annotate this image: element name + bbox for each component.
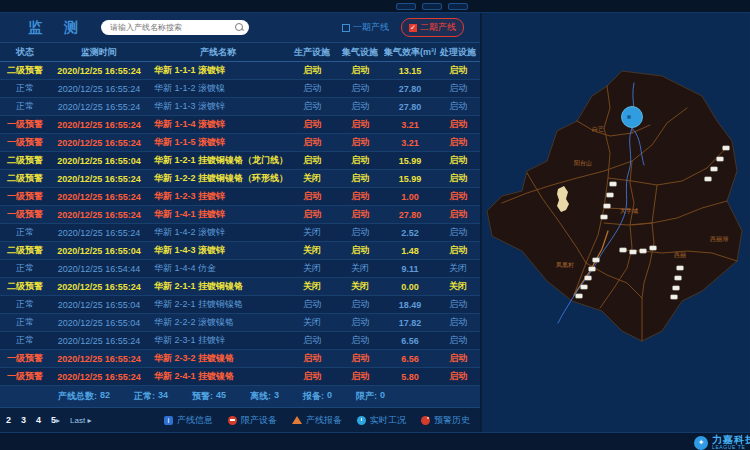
next-page-button[interactable]: ▸ bbox=[56, 416, 60, 425]
status-cell: 一级预警 bbox=[0, 136, 50, 149]
table-row[interactable]: 一级预警 2020/12/25 16:55:24 华新 1-2-3 挂镀锌 启动… bbox=[0, 188, 480, 206]
cluster-marker[interactable] bbox=[622, 107, 643, 128]
facility-marker[interactable] bbox=[593, 258, 600, 262]
table-row[interactable]: 一级预警 2020/12/25 16:55:24 华新 1-1-5 滚镀锌 启动… bbox=[0, 134, 480, 152]
district-map[interactable]: 白芒阳台山大学城西丽湖西丽凤凰村 bbox=[482, 13, 748, 432]
line-name-cell: 华新 1-2-1 挂镀铜镍铬（龙门线） bbox=[148, 154, 288, 167]
map-place-label: 大学城 bbox=[620, 207, 638, 214]
table-row[interactable]: 正常 2020/12/25 16:54:44 华新 1-4-4 仿金 关闭 关闭… bbox=[0, 260, 480, 278]
gas-facility-cell: 启动 bbox=[336, 298, 384, 311]
table-row[interactable]: 一级预警 2020/12/25 16:55:24 华新 1-4-1 挂镀锌 启动… bbox=[0, 206, 480, 224]
legend-button-report-triangle[interactable]: 产线报备 bbox=[292, 414, 342, 427]
phase1-checkbox-group[interactable]: 一期产线 bbox=[342, 21, 389, 34]
page-button[interactable]: 3 bbox=[21, 415, 26, 425]
summary-label: 预警: bbox=[192, 390, 213, 403]
summary-bar: 产线总数: 82 正常: 34 预警: 45 离线: 3 报备: 0 限产: 0 bbox=[0, 386, 480, 408]
production-facility-cell: 关闭 bbox=[288, 316, 336, 329]
topbar-tab[interactable] bbox=[396, 3, 416, 10]
logo-text-en: LEAGUE TE bbox=[712, 445, 750, 450]
time-cell: 2020/12/25 16:55:24 bbox=[50, 228, 148, 238]
table-row[interactable]: 正常 2020/12/25 16:55:24 华新 1-4-2 滚镀锌 关闭 启… bbox=[0, 224, 480, 242]
table-row[interactable]: 正常 2020/12/25 16:55:04 华新 2-2-2 滚镀镍铬 关闭 … bbox=[0, 314, 480, 332]
summary-label: 正常: bbox=[134, 390, 155, 403]
summary-label: 报备: bbox=[303, 390, 324, 403]
checkbox-unchecked-icon[interactable] bbox=[342, 24, 350, 32]
gas-facility-cell: 启动 bbox=[336, 136, 384, 149]
efficiency-cell: 0.00 bbox=[384, 282, 436, 292]
table-row[interactable]: 二级预警 2020/12/25 16:55:24 华新 2-1-1 挂镀铜镍铬 … bbox=[0, 278, 480, 296]
status-cell: 正常 bbox=[0, 82, 50, 95]
header-name: 产线名称 bbox=[148, 46, 288, 59]
table-row[interactable]: 二级预警 2020/12/25 16:55:04 华新 1-4-3 滚镀锌 关闭… bbox=[0, 242, 480, 260]
facility-marker[interactable] bbox=[717, 157, 724, 161]
facility-marker[interactable] bbox=[711, 167, 718, 171]
line-name-cell: 华新 1-4-4 仿金 bbox=[148, 262, 288, 275]
facility-marker[interactable] bbox=[585, 276, 592, 280]
phase2-label: 二期产线 bbox=[420, 21, 456, 34]
facility-marker[interactable] bbox=[581, 285, 588, 289]
table-row[interactable]: 正常 2020/12/25 16:55:24 华新 2-3-1 挂镀锌 启动 启… bbox=[0, 332, 480, 350]
table-row[interactable]: 二级预警 2020/12/25 16:55:24 华新 1-2-2 挂镀铜镍铬（… bbox=[0, 170, 480, 188]
time-cell: 2020/12/25 16:55:24 bbox=[50, 174, 148, 184]
time-cell: 2020/12/25 16:55:24 bbox=[50, 66, 148, 76]
top-window-bar bbox=[0, 0, 750, 13]
facility-marker[interactable] bbox=[705, 177, 712, 181]
table-row[interactable]: 二级预警 2020/12/25 16:55:04 华新 1-2-1 挂镀铜镍铬（… bbox=[0, 152, 480, 170]
table-row[interactable]: 正常 2020/12/25 16:55:04 华新 2-2-1 挂镀铜镍铬 启动… bbox=[0, 296, 480, 314]
facility-marker[interactable] bbox=[640, 249, 647, 253]
map-canvas[interactable]: 白芒阳台山大学城西丽湖西丽凤凰村 bbox=[482, 13, 748, 432]
gas-facility-cell: 启动 bbox=[336, 370, 384, 383]
summary-item: 报备: 0 bbox=[303, 390, 332, 403]
header-time: 监测时间 bbox=[50, 46, 148, 59]
treatment-facility-cell: 关闭 bbox=[436, 262, 480, 275]
legend-button-limit-circle[interactable]: 限产设备 bbox=[228, 414, 277, 427]
efficiency-cell: 2.52 bbox=[384, 228, 436, 238]
production-facility-cell: 启动 bbox=[288, 136, 336, 149]
facility-marker[interactable] bbox=[671, 295, 678, 299]
facility-marker[interactable] bbox=[604, 204, 611, 208]
search-input[interactable] bbox=[110, 23, 234, 32]
table-row[interactable]: 一级预警 2020/12/25 16:55:24 华新 2-4-1 挂镀镍铬 启… bbox=[0, 368, 480, 386]
table-row[interactable]: 正常 2020/12/25 16:55:24 华新 1-1-3 滚镀锌 启动 启… bbox=[0, 98, 480, 116]
efficiency-cell: 9.11 bbox=[384, 264, 436, 274]
topbar-tab[interactable] bbox=[448, 3, 468, 10]
facility-marker[interactable] bbox=[607, 193, 614, 197]
facility-marker[interactable] bbox=[677, 266, 684, 270]
phase2-toggle-button[interactable]: ✓ 二期产线 bbox=[401, 18, 464, 37]
summary-value: 34 bbox=[158, 390, 168, 403]
facility-marker[interactable] bbox=[675, 276, 682, 280]
table-row[interactable]: 正常 2020/12/25 16:55:24 华新 1-1-2 滚镀镍 启动 启… bbox=[0, 80, 480, 98]
facility-marker[interactable] bbox=[650, 246, 657, 250]
search-box bbox=[101, 20, 249, 35]
facility-marker[interactable] bbox=[610, 182, 617, 186]
table-row[interactable]: 一级预警 2020/12/25 16:55:24 华新 2-3-2 挂镀镍铬 启… bbox=[0, 350, 480, 368]
facility-marker[interactable] bbox=[589, 267, 596, 271]
last-page-button[interactable]: Last ▸ bbox=[70, 416, 91, 425]
search-icon[interactable] bbox=[234, 22, 245, 33]
page-button[interactable]: 2 bbox=[6, 415, 11, 425]
treatment-facility-cell: 启动 bbox=[436, 118, 480, 131]
legend-button-alert-history[interactable]: 预警历史 bbox=[421, 414, 470, 427]
time-cell: 2020/12/25 16:55:24 bbox=[50, 84, 148, 94]
facility-marker[interactable] bbox=[630, 250, 637, 254]
logo-icon bbox=[694, 436, 708, 450]
facility-marker[interactable] bbox=[723, 146, 730, 150]
cluster-marker-dot bbox=[627, 115, 631, 119]
line-name-cell: 华新 2-3-2 挂镀镍铬 bbox=[148, 352, 288, 365]
topbar-tab[interactable] bbox=[422, 3, 442, 10]
gas-facility-cell: 启动 bbox=[336, 190, 384, 203]
checkbox-checked-icon: ✓ bbox=[409, 24, 417, 32]
facility-marker[interactable] bbox=[576, 294, 583, 298]
facility-marker[interactable] bbox=[620, 248, 627, 252]
time-cell: 2020/12/25 16:55:04 bbox=[50, 246, 148, 256]
table-row[interactable]: 一级预警 2020/12/25 16:55:24 华新 1-1-4 滚镀锌 启动… bbox=[0, 116, 480, 134]
status-cell: 正常 bbox=[0, 316, 50, 329]
efficiency-cell: 3.21 bbox=[384, 120, 436, 130]
legend-button-realtime-gauge[interactable]: 实时工况 bbox=[357, 414, 406, 427]
table-row[interactable]: 二级预警 2020/12/25 16:55:24 华新 1-1-1 滚镀锌 启动… bbox=[0, 62, 480, 80]
legend-button-info-square[interactable]: 产线信息 bbox=[164, 414, 213, 427]
page-button[interactable]: 4 bbox=[36, 415, 41, 425]
status-cell: 二级预警 bbox=[0, 244, 50, 257]
facility-marker[interactable] bbox=[673, 286, 680, 290]
facility-marker[interactable] bbox=[601, 215, 608, 219]
